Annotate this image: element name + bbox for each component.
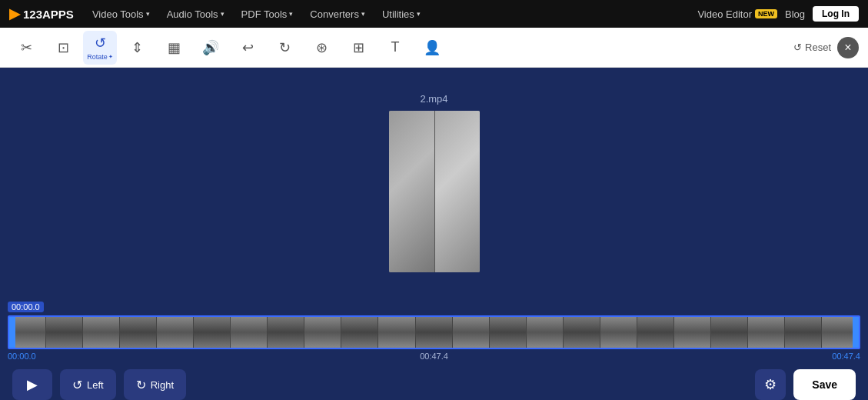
timeline-frame xyxy=(157,317,194,348)
timeline-handle-left[interactable] xyxy=(9,317,15,348)
filename-label: 2.mp4 xyxy=(420,93,447,105)
close-button[interactable]: × xyxy=(837,37,859,58)
logo-icon: ▶ xyxy=(9,5,20,22)
timeline-frame xyxy=(490,317,527,348)
toolbar-right: ↺ Reset × xyxy=(793,37,859,58)
timeline-strip[interactable] xyxy=(8,315,860,349)
chevron-down-icon: ▾ xyxy=(417,10,421,18)
timeline-frame xyxy=(268,317,304,348)
flip-tool-button[interactable]: ⇕ xyxy=(120,31,154,65)
close-icon: × xyxy=(844,41,851,55)
crop-tool-button[interactable]: ⊡ xyxy=(46,31,80,65)
loop-tool-button[interactable]: ↻ xyxy=(268,31,301,65)
video-right-panel xyxy=(434,111,480,272)
timeline-timestamps: 00:00.0 00:47.4 00:47.4 xyxy=(8,349,860,363)
cut-tool-button[interactable]: ✂ xyxy=(9,31,43,65)
text-tool-button[interactable]: T xyxy=(378,31,412,65)
rotate-left-icon: ↺ xyxy=(72,378,82,392)
speed-tool-button[interactable]: ↩ xyxy=(231,31,264,65)
logo-text: 123APPS xyxy=(23,8,74,21)
timeline-frame xyxy=(231,317,268,348)
loop-icon: ↻ xyxy=(279,39,291,56)
video-preview xyxy=(389,111,480,272)
logo[interactable]: ▶ 123APPS xyxy=(9,5,74,22)
volume-tool-button[interactable]: 🔊 xyxy=(194,31,228,65)
rotate-icon: ↺ xyxy=(95,35,106,52)
chevron-down-icon: ▾ xyxy=(221,10,224,18)
chevron-down-icon: ▾ xyxy=(361,10,365,18)
timeline-frame xyxy=(637,317,674,348)
watermark-tool-button[interactable]: 👤 xyxy=(415,31,449,65)
timeline-frame xyxy=(46,317,83,348)
timestamp-right: 00:47.4 xyxy=(832,352,860,361)
timeline-frame xyxy=(748,317,785,348)
new-badge: NEW xyxy=(755,9,777,18)
timeline-frame xyxy=(785,317,822,348)
settings-button[interactable]: ⚙ xyxy=(755,369,786,400)
timeline-frame xyxy=(341,317,378,348)
bottom-bar: ▶ ↺ Left ↻ Right ⚙ Save xyxy=(0,363,868,400)
rotate-right-icon: ↻ xyxy=(136,378,146,392)
nav-utilities[interactable]: Utilities ▾ xyxy=(376,8,427,20)
timeline-frame xyxy=(378,317,415,348)
reset-button[interactable]: ↺ Reset xyxy=(793,42,831,53)
blog-link[interactable]: Blog xyxy=(785,8,805,20)
timeline-frame xyxy=(83,317,120,348)
play-button[interactable]: ▶ xyxy=(12,369,52,400)
timeline-frame xyxy=(416,317,453,348)
toolbar: ✂ ⊡ ↺ Rotate✦ ⇕ ▦ 🔊 ↩ ↻ ⊛ ⊞ T 👤 ↺ Reset … xyxy=(0,28,868,68)
flip-icon: ⇕ xyxy=(131,39,143,56)
reset-icon: ↺ xyxy=(793,42,802,53)
nav-video-tools[interactable]: Video Tools ▾ xyxy=(86,8,156,20)
timeline-frame xyxy=(674,317,711,348)
settings-icon: ⚙ xyxy=(764,376,777,393)
timeline-frame xyxy=(453,317,490,348)
timeline-handle-right[interactable] xyxy=(853,317,859,348)
timeline-frame xyxy=(194,317,231,348)
timeline-current-time: 00:00.0 xyxy=(8,302,44,312)
timeline-frame xyxy=(600,317,637,348)
chevron-down-icon: ▾ xyxy=(289,10,293,18)
rotate-right-button[interactable]: ↻ Right xyxy=(124,369,186,400)
bottom-right-section: ⚙ Save xyxy=(755,369,856,400)
timestamp-left: 00:00.0 xyxy=(8,352,36,361)
volume-icon: 🔊 xyxy=(202,39,219,56)
save-button[interactable]: Save xyxy=(793,369,856,400)
rotate-left-button[interactable]: ↺ Left xyxy=(60,369,116,400)
login-button[interactable]: Log In xyxy=(813,6,859,22)
timeline-area: 00:00.0 00:00.0 00:47.4 00:47.4 xyxy=(0,297,868,363)
timeline-frame xyxy=(527,317,564,348)
video-editor-label: Video Editor NEW xyxy=(697,8,777,20)
speed-icon: ↩ xyxy=(242,39,254,56)
video-left-panel xyxy=(389,111,434,272)
rotate-tool-button[interactable]: ↺ Rotate✦ xyxy=(83,31,117,65)
filter-tool-button[interactable]: ▦ xyxy=(157,31,191,65)
crop-icon: ⊡ xyxy=(58,39,69,56)
timeline-frame xyxy=(564,317,600,348)
nav-audio-tools[interactable]: Audio Tools ▾ xyxy=(161,8,231,20)
nav-right-section: Video Editor NEW Blog Log In xyxy=(697,6,859,22)
filter-icon: ▦ xyxy=(168,39,181,56)
blur-icon: ⊛ xyxy=(316,39,328,56)
play-icon: ▶ xyxy=(27,376,38,393)
text-icon: T xyxy=(391,39,400,55)
resize-tool-button[interactable]: ⊞ xyxy=(341,31,375,65)
main-preview-area: 2.mp4 xyxy=(0,68,868,297)
nav-pdf-tools[interactable]: PDF Tools ▾ xyxy=(235,8,300,20)
timeline-frame xyxy=(304,317,341,348)
top-navigation: ▶ 123APPS Video Tools ▾ Audio Tools ▾ PD… xyxy=(0,0,868,28)
chevron-down-icon: ▾ xyxy=(146,10,150,18)
timeline-frame xyxy=(711,317,748,348)
nav-converters[interactable]: Converters ▾ xyxy=(304,8,371,20)
resize-icon: ⊞ xyxy=(353,39,364,56)
cut-icon: ✂ xyxy=(21,39,32,56)
watermark-icon: 👤 xyxy=(424,39,441,56)
blur-tool-button[interactable]: ⊛ xyxy=(304,31,338,65)
timestamp-middle: 00:47.4 xyxy=(420,352,448,361)
timeline-frame xyxy=(120,317,157,348)
